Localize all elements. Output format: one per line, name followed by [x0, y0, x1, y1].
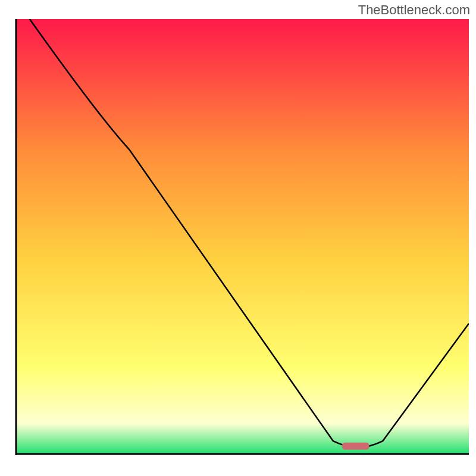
optimal-marker	[342, 443, 369, 450]
gradient-background	[16, 19, 469, 454]
bottleneck-chart	[14, 19, 469, 471]
watermark-text: TheBottleneck.com	[358, 2, 470, 18]
chart-svg	[14, 19, 469, 471]
